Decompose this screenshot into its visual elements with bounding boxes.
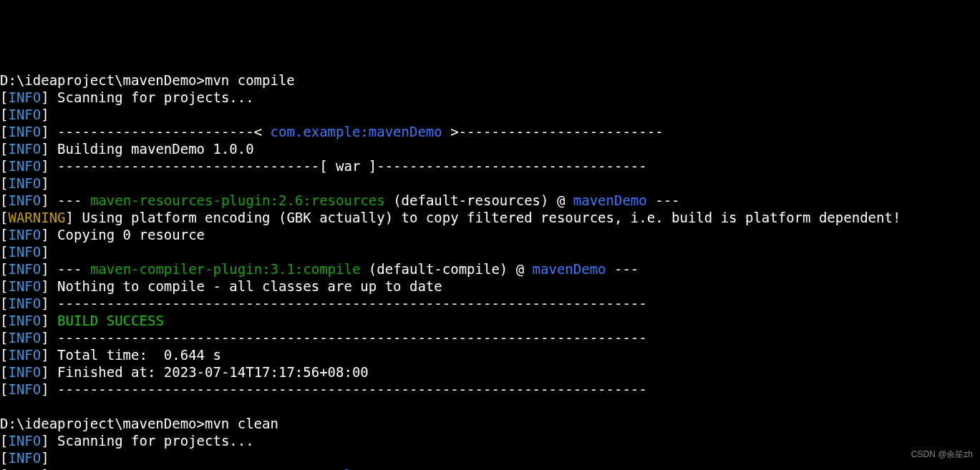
log-text: --------------------------------[ war ]-… (49, 158, 647, 174)
log-line: [INFO] (0, 106, 980, 123)
log-line: [INFO] (0, 175, 980, 192)
log-line: [INFO] Scanning for projects... (0, 432, 980, 449)
prompt-line-2[interactable]: D:\ideaproject\mavenDemo>mvn clean (0, 415, 980, 432)
log-text: --- (647, 192, 680, 208)
blank-line (0, 398, 980, 415)
log-text: Using platform encoding (GBK actually) t… (74, 210, 901, 225)
info-label: INFO (8, 278, 41, 294)
log-text: (default-compile) @ (360, 261, 532, 277)
project-name: com.example:mavenDemo (271, 124, 442, 139)
log-line: [INFO] (0, 243, 980, 260)
log-line: [INFO] ------------------------< com.exa… (0, 466, 980, 470)
log-line: [INFO] Copying 0 resource (0, 226, 980, 243)
watermark: CSDN @余笙zh (911, 446, 973, 463)
log-text: ------------------------< (49, 467, 271, 470)
log-line: [INFO] Building mavenDemo 1.0.0 (0, 140, 980, 157)
prompt-path: D:\ideaproject\mavenDemo> (0, 72, 205, 88)
log-text: Copying 0 resource (49, 227, 205, 243)
prompt-command: mvn compile (205, 72, 295, 88)
info-label: INFO (8, 313, 41, 328)
warning-label: WARNING (8, 210, 65, 225)
log-line: [INFO] Total time: 0.644 s (0, 346, 980, 363)
log-text: --- (49, 192, 90, 208)
info-label: INFO (8, 244, 41, 260)
log-text: >------------------------- (442, 467, 664, 470)
info-label: INFO (8, 141, 41, 157)
info-label: INFO (8, 433, 41, 449)
plugin-name: maven-compiler-plugin:3.1:compile (90, 261, 361, 277)
terminal-output: D:\ideaproject\mavenDemo>mvn compile[INF… (0, 72, 980, 470)
log-text: Scanning for projects... (49, 89, 254, 105)
project-name: mavenDemo (573, 192, 647, 208)
log-line: [INFO] --------------------------------[… (0, 157, 980, 175)
log-text: --- (606, 261, 639, 277)
log-text: Building mavenDemo 1.0.0 (49, 141, 254, 157)
log-line: [WARNING] Using platform encoding (GBK a… (0, 209, 980, 226)
log-text: ----------------------------------------… (49, 381, 647, 397)
log-line: [INFO] ------------------------< com.exa… (0, 123, 980, 140)
log-line: [INFO] ---------------------------------… (0, 295, 980, 312)
info-label: INFO (8, 295, 41, 311)
build-success: BUILD SUCCESS (49, 313, 164, 328)
info-label: INFO (8, 381, 41, 397)
project-name: com.example:mavenDemo (271, 467, 442, 470)
log-text: ------------------------< (49, 124, 271, 139)
info-label: INFO (8, 89, 41, 105)
info-label: INFO (8, 364, 41, 380)
info-label: INFO (8, 330, 41, 346)
info-label: INFO (8, 124, 41, 139)
log-text: Total time: 0.644 s (49, 347, 221, 363)
log-line: [INFO] --- maven-compiler-plugin:3.1:com… (0, 260, 980, 278)
info-label: INFO (8, 175, 41, 191)
log-text: ----------------------------------------… (49, 295, 647, 311)
log-line: [INFO] Finished at: 2023-07-14T17:17:56+… (0, 363, 980, 381)
info-label: INFO (8, 107, 41, 122)
log-text: --- (49, 261, 90, 277)
log-line: [INFO] Nothing to compile - all classes … (0, 278, 980, 295)
log-line: [INFO] --- maven-resources-plugin:2.6:re… (0, 192, 980, 209)
log-text: Nothing to compile - all classes are up … (49, 278, 442, 294)
log-text: Scanning for projects... (49, 433, 254, 449)
info-label: INFO (8, 261, 41, 277)
info-label: INFO (8, 227, 41, 243)
project-name: mavenDemo (533, 261, 606, 277)
log-text: >------------------------- (442, 124, 664, 139)
log-line: [INFO] ---------------------------------… (0, 381, 980, 398)
prompt-line-1[interactable]: D:\ideaproject\mavenDemo>mvn compile (0, 72, 980, 89)
plugin-name: maven-resources-plugin:2.6:resources (90, 192, 385, 208)
info-label: INFO (8, 467, 41, 470)
log-line: [INFO] (0, 449, 980, 466)
log-text: (default-resources) @ (385, 192, 573, 208)
log-text: ----------------------------------------… (49, 330, 647, 346)
log-line: [INFO] Scanning for projects... (0, 89, 980, 106)
info-label: INFO (8, 158, 41, 174)
prompt-path: D:\ideaproject\mavenDemo> (0, 416, 205, 431)
log-line: [INFO] ---------------------------------… (0, 329, 980, 346)
prompt-command: mvn clean (205, 416, 278, 431)
info-label: INFO (8, 192, 41, 208)
log-line: [INFO] BUILD SUCCESS (0, 312, 980, 329)
log-text: Finished at: 2023-07-14T17:17:56+08:00 (49, 364, 369, 380)
info-label: INFO (8, 347, 41, 363)
info-label: INFO (8, 450, 41, 466)
